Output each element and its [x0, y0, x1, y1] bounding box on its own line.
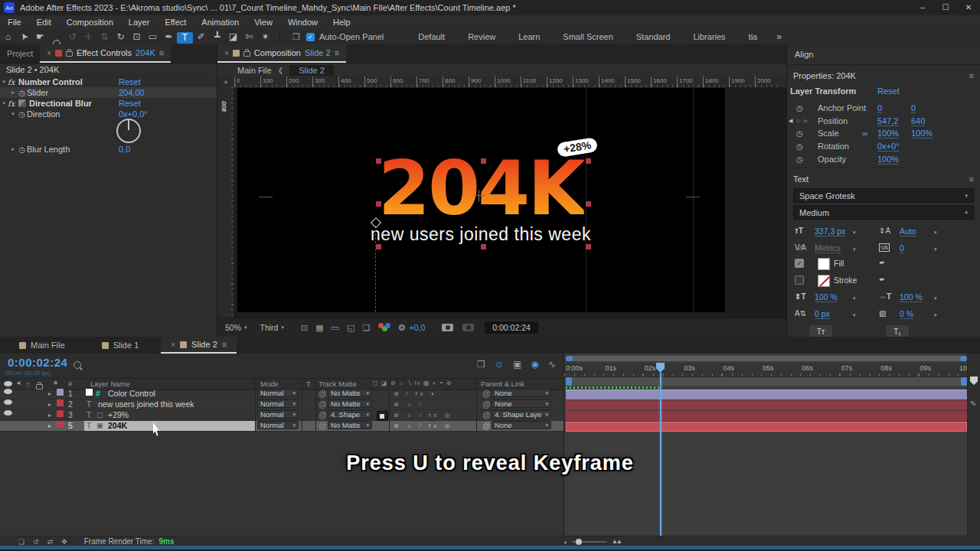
workspace-button[interactable]: tia	[737, 32, 769, 41]
parent-dropdown[interactable]: None▾	[492, 399, 551, 408]
fx-icon[interactable]: fx	[8, 99, 18, 108]
tab-project[interactable]: Project	[0, 44, 40, 63]
column-divider[interactable]	[476, 378, 477, 432]
fill-color-swatch[interactable]	[818, 258, 830, 270]
exposure-value[interactable]: +0,0	[410, 323, 426, 332]
chevron-down-icon[interactable]: ▾	[0, 100, 8, 106]
track-matte-dropdown[interactable]: No Matte▾	[328, 399, 372, 408]
panel-menu-icon[interactable]: ≡	[335, 48, 339, 57]
eye-icon[interactable]	[4, 389, 12, 394]
auto-open-checkbox[interactable]: ✓	[306, 33, 315, 41]
selection-handle[interactable]	[376, 201, 381, 207]
close-tab-icon[interactable]: ×	[171, 341, 175, 349]
anchor-x-value[interactable]: 0	[877, 103, 882, 113]
clone-stamp-tool-icon[interactable]: ┻	[209, 29, 225, 44]
layer-row-percent[interactable]: ▸ 3 T ▢ +29% Normal▾ @ 4. Shape▾ ⊛ ☼ ∕ f…	[0, 410, 564, 421]
snap-view-icon[interactable]: ⊡	[301, 323, 308, 333]
layer-name[interactable]: +29%	[108, 410, 129, 420]
chevron-down-icon[interactable]: ▾	[853, 230, 856, 236]
layer-label-color[interactable]	[57, 389, 64, 396]
eraser-tool-icon[interactable]: ◪	[225, 29, 241, 44]
comp-marker-button[interactable]	[970, 377, 978, 385]
chevron-right-icon[interactable]: ▸	[9, 146, 17, 152]
playhead-line[interactable]	[660, 373, 662, 536]
breadcrumb-current[interactable]: Slide 2	[289, 65, 334, 76]
lock-icon[interactable]	[243, 51, 250, 57]
track-matte-dropdown[interactable]: No Matte▾	[328, 389, 372, 397]
chevron-down-icon[interactable]: ▾	[934, 230, 937, 236]
region-of-interest-icon[interactable]: ▭	[332, 323, 339, 333]
property-value[interactable]: 204,00	[119, 88, 145, 97]
solo-column-icon[interactable]: ○	[26, 380, 31, 388]
column-divider[interactable]	[302, 378, 302, 432]
column-divider[interactable]	[389, 378, 390, 432]
parent-pickwhip-icon[interactable]: @	[482, 399, 491, 409]
selection-handle[interactable]	[376, 158, 381, 164]
chevron-down-icon[interactable]: ▾	[244, 324, 247, 331]
menu-item[interactable]: Layer	[121, 18, 158, 27]
layer-switches[interactable]: ⊛ ∕ fx ◐	[394, 389, 438, 399]
parent-dropdown[interactable]: None▾	[492, 389, 551, 397]
zoom-slider[interactable]	[572, 541, 607, 543]
blend-mode-dropdown[interactable]: Normal▾	[257, 410, 299, 419]
baseline-shift-value[interactable]: 0 px	[815, 309, 830, 319]
layer-name[interactable]: 204K	[108, 421, 127, 431]
dolly-camera-tool-icon[interactable]: ⇅	[96, 29, 113, 44]
parent-dropdown[interactable]: 4. Shape Laye▾	[492, 410, 551, 419]
matte-pickwhip-icon[interactable]: @	[318, 410, 327, 420]
layer-label-color[interactable]	[57, 399, 64, 406]
expander-icon[interactable]: ▸	[48, 421, 51, 431]
layer-row-subline[interactable]: ▸ 2 T new users joined this week Normal▾…	[0, 399, 564, 410]
layer-duration-bar[interactable]	[566, 411, 967, 421]
anchor-y-value[interactable]: 0	[911, 103, 916, 113]
vertical-ruler[interactable]: 100200300400500600700800900	[217, 87, 234, 318]
snapshot-icon[interactable]: ❏	[18, 538, 24, 546]
reset-link[interactable]: Reset	[119, 77, 141, 86]
workspace-button[interactable]: Small Screen	[551, 32, 624, 41]
property-value[interactable]: 0,0	[119, 145, 130, 154]
timeline-tab-main-file[interactable]: Main File	[9, 337, 75, 354]
home-tool-icon[interactable]: ⌂	[0, 29, 16, 44]
expander-icon[interactable]: ▸	[48, 410, 51, 420]
tab-effect-controls[interactable]: × Effect Controls 204K ≡	[40, 44, 171, 63]
timeline-tab-slide-1[interactable]: Slide 1	[92, 337, 149, 354]
tab-composition[interactable]: × Composition Slide 2 ≡	[217, 44, 346, 63]
rotation-value[interactable]: 0x+0°	[877, 142, 900, 152]
brush-tool-icon[interactable]: ✐	[193, 29, 209, 44]
menu-item[interactable]: Composition	[59, 18, 121, 27]
puppet-pin-tool-icon[interactable]: ✶	[257, 29, 273, 44]
property-row-blur-length[interactable]: ▸ ◷ Blur Length 0,0	[0, 144, 217, 155]
hand-tool-icon[interactable]: ☛	[32, 29, 48, 44]
effect-name[interactable]: Number Control	[18, 77, 83, 86]
menu-item[interactable]: Animation	[194, 18, 247, 27]
eyedropper-icon[interactable]: ✒	[879, 276, 885, 284]
expander-icon[interactable]: ▸	[48, 389, 51, 399]
magnification-dropdown[interactable]: 50%	[225, 323, 241, 332]
show-snapshot-icon[interactable]	[462, 324, 474, 331]
horizontal-ruler[interactable]: 0100200300400500600700800900100011001200…	[234, 77, 786, 88]
work-area-bar[interactable]	[566, 377, 967, 386]
maximize-button[interactable]: ☐	[934, 0, 957, 15]
tracking-value[interactable]: 0	[900, 243, 904, 253]
graph-editor-icon[interactable]: ∿	[548, 359, 556, 370]
timeline-horizontal-scrollbar[interactable]	[566, 356, 967, 361]
chevron-right-icon[interactable]: ▸	[9, 90, 17, 96]
next-keyframe-icon[interactable]: ▶	[804, 118, 808, 124]
camera-tool-icon[interactable]: ⊡	[129, 29, 145, 44]
panel-dock-icon[interactable]: ❒	[292, 32, 300, 42]
chevron-down-icon[interactable]: ▾	[0, 79, 8, 85]
resolution-dropdown[interactable]: Third	[260, 323, 279, 332]
motion-blur-icon[interactable]: ◉	[531, 359, 538, 370]
snapshot-camera-icon[interactable]	[442, 324, 453, 331]
mask-visibility-icon[interactable]: ◱	[347, 323, 354, 333]
layer-label-color[interactable]	[57, 421, 64, 428]
comp-mini-flowchart-icon[interactable]: ❒	[477, 359, 485, 370]
matte-pickwhip-icon[interactable]: @	[318, 421, 327, 431]
layer-name[interactable]: Color Control	[108, 389, 155, 399]
zoom-in-icon[interactable]: ▲▲	[612, 538, 621, 545]
kerning-value[interactable]: Metrics	[815, 243, 841, 253]
layer-row-204k[interactable]: ▸ 5 T ▣ 204K Normal▾ @ No Matte▾ ⊛ ☼ ∕ f…	[0, 421, 564, 432]
matte-pickwhip-icon[interactable]: @	[318, 399, 327, 409]
search-icon[interactable]	[74, 361, 81, 369]
selection-handle[interactable]	[586, 158, 591, 164]
